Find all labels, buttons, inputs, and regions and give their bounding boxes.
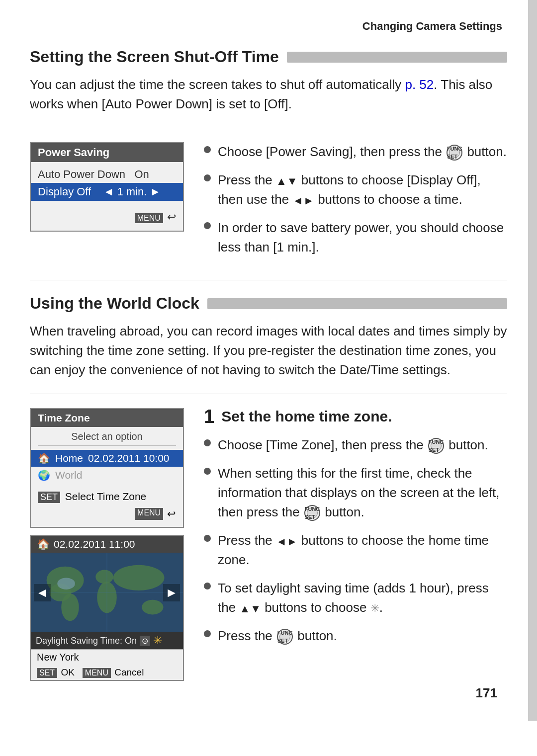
step1-bullet-dot-5 [204,630,211,637]
tz-subtitle: Select an option [38,431,176,446]
step1-bullet-text-4: To set daylight saving time (adds 1 hour… [218,579,507,617]
section2-intro: When traveling abroad, you can record im… [30,322,507,380]
tz-row-world: 🌍 World [38,467,176,484]
section1-content: Power Saving Auto Power Down On Display … [30,142,507,266]
tz-bottom: MENU ↩ [38,508,176,520]
svg-point-4 [95,570,113,584]
set-badge-tz: SET [38,492,60,503]
menu-badge-map: MENU [83,668,111,678]
svg-point-7 [142,600,163,615]
tz-row-home: 🏠 Home 02.02.2011 10:00 [31,450,183,467]
map-cancel-group: MENU Cancel [83,667,144,678]
map-footer: Daylight Saving Time: On ⊙ ✳ [31,632,183,649]
step1-bullet-3: Press the ◄► buttons to choose the home … [204,531,507,570]
step1-screenshots: Time Zone Select an option 🏠 Home 02.02.… [30,408,189,681]
power-saving-screen: Power Saving Auto Power Down On Display … [30,142,184,232]
tz-home-label: Home [55,452,83,464]
step1-bullet-text-3: Press the ◄► buttons to choose the home … [218,531,507,570]
func-btn-inner-tz-3: FUNCSET [279,631,290,642]
step1-bullet-dot-4 [204,583,211,589]
svg-point-3 [61,593,79,621]
step1-bullet-text-2: When setting this for the first time, ch… [218,464,507,522]
page-header: Changing Camera Settings [30,20,507,33]
bullet-item-2: Press the ▲▼ buttons to choose [Display … [204,170,507,209]
map-header-icon: 🏠 [37,538,50,550]
map-city-bar: New York [31,649,183,665]
tz-set-text: Select Time Zone [65,491,146,502]
section1-heading-bar [287,52,507,63]
section1-divider [30,128,507,128]
step1-bullet-4: To set daylight saving time (adds 1 hour… [204,579,507,617]
dst-symbol: ✳ [370,602,379,614]
map-header-date: 02.02.2011 11:00 [54,538,135,550]
section2-heading-container: Using the World Clock [30,294,507,313]
step1-bullet-dot-3 [204,535,211,542]
func-btn-tz-2: FUNCSET [304,505,320,521]
section1-screenshot: Power Saving Auto Power Down On Display … [30,142,189,232]
timezone-screen: Time Zone Select an option 🏠 Home 02.02.… [30,408,184,528]
section1-intro: You can adjust the time the screen takes… [30,75,507,114]
section1-link[interactable]: p. 52 [405,77,434,92]
func-btn-inner-tz-2: FUNCSET [307,507,318,518]
map-screen: 🏠 02.02.2011 11:00 [30,535,184,681]
map-city-name: New York [37,652,79,663]
step1-bullet-text-5: Press the FUNCSET button. [218,626,337,646]
step1-bullet-5: Press the FUNCSET button. [204,626,507,646]
bullet-dot-3 [204,222,211,229]
dst-icon-btn: ⊙ [140,636,150,646]
section1-title: Setting the Screen Shut-Off Time [30,48,279,66]
bullet-item-3: In order to save battery power, you shou… [204,218,507,257]
step1-bullet-list: Choose [Time Zone], then press the FUNCS… [204,435,507,646]
bullet-item-1: Choose [Power Saving], then press the FU… [204,142,507,162]
func-btn-1: FUNCSET [447,145,462,161]
menu-badge-tz: MENU [135,508,163,520]
section1-heading-container: Setting the Screen Shut-Off Time [30,48,507,66]
tz-set-row: SET Select Time Zone [38,491,176,503]
tz-world-label: World [55,469,82,481]
step1-content: Time Zone Select an option 🏠 Home 02.02.… [30,408,507,681]
menu-row-autopowerdown: Auto Power Down On [38,166,176,183]
home-icon: 🏠 [38,452,50,464]
tz-home-value: 02.02.2011 10:00 [88,452,170,464]
step1-title: Set the home time zone. [221,408,392,425]
step1-right-col: 1 Set the home time zone. Choose [Time Z… [204,408,507,655]
bullet-text-3: In order to save battery power, you shou… [218,218,507,257]
map-cancel-text: Cancel [114,667,144,677]
arrow-updown-2: ▲▼ [239,602,261,615]
menu-badge-powersaving: MENU [135,213,163,223]
map-footer-text: Daylight Saving Time: On [36,636,137,646]
right-sidebar-bar [528,0,537,721]
func-btn-inner-tz-1: FUNCSET [431,440,442,451]
section2-top-divider [30,280,507,280]
section2-divider [30,394,507,394]
step1-bullet-1: Choose [Time Zone], then press the FUNCS… [204,435,507,455]
map-svg [31,553,183,632]
section1-bullets: Choose [Power Saving], then press the FU… [204,142,507,266]
world-icon: 🌍 [38,469,50,481]
bullet-dot-2 [204,174,211,181]
menu-row-displayoff: Display Off ◄ 1 min. ► [31,183,183,201]
step1-bullet-dot-2 [204,468,211,475]
set-badge-map: SET [37,668,57,678]
section2-title: Using the World Clock [30,294,199,313]
func-btn-inner-1: FUNCSET [449,147,460,158]
svg-point-8 [57,578,75,589]
bullet-text-2: Press the ▲▼ buttons to choose [Display … [218,170,507,209]
tz-screen-body: Select an option 🏠 Home 02.02.2011 10:00… [31,427,183,527]
screen-bottom-powersaving: MENU ↩ [38,211,176,224]
step1-heading: 1 Set the home time zone. [204,408,507,427]
step1-bullet-dot-1 [204,439,211,446]
step1-bullet-2: When setting this for the first time, ch… [204,464,507,522]
step1-bullet-text-1: Choose [Time Zone], then press the FUNCS… [218,435,488,455]
bullet-text-1: Choose [Power Saving], then press the FU… [218,142,507,162]
screen-body-powersaving: Auto Power Down On Display Off ◄ 1 min. … [31,162,183,231]
func-btn-tz-3: FUNCSET [277,629,293,645]
page-number: 171 [476,685,497,701]
map-btn-bar: SET OK MENU Cancel [31,665,183,680]
func-btn-tz-1: FUNCSET [428,438,444,454]
screen-title-powersaving: Power Saving [31,143,183,162]
map-footer-sun: ✳ [153,634,162,647]
map-header: 🏠 02.02.2011 11:00 [31,536,183,553]
map-ok-text: OK [61,667,74,677]
section2-heading-bar [207,298,507,309]
